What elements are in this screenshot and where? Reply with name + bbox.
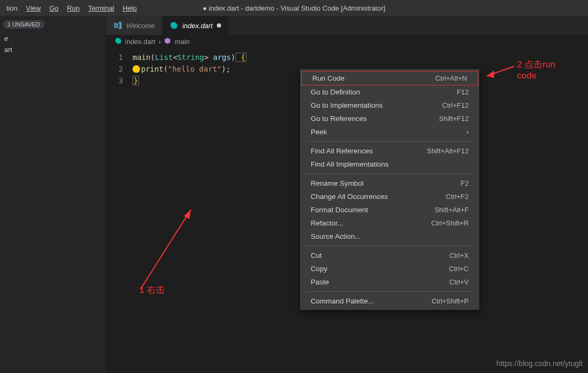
tab-welcome[interactable]: Welcome: [106, 16, 162, 35]
menu-separator: [305, 291, 474, 292]
menu-item-label: Command Palette...: [311, 297, 374, 305]
tab-index-dart[interactable]: index.dart: [162, 16, 229, 35]
menu-shortcut: Ctrl+C: [449, 265, 469, 273]
menu-shortcut: Ctrl+F12: [442, 101, 469, 109]
unsaved-badge: 1 UNSAVED: [3, 20, 45, 29]
context-menu-item[interactable]: PasteCtrl+V: [300, 275, 479, 289]
code-line[interactable]: print("hello dart");: [133, 63, 247, 75]
menu-separator: [305, 174, 474, 174]
context-menu-item[interactable]: Find All Implementations: [300, 158, 479, 171]
menu-item-label: Go to Implementations: [311, 101, 383, 109]
context-menu-item[interactable]: Format DocumentShift+Alt+F: [300, 203, 479, 216]
watermark: https://blog.csdn.net/ytuglt: [496, 359, 583, 368]
menu-shortcut: Shift+Alt+F12: [427, 147, 469, 155]
dart-icon: [115, 37, 122, 46]
menu-shortcut: Ctrl+Shift+R: [431, 219, 469, 227]
menu-item-label: Find All References: [311, 147, 373, 155]
cube-icon: [164, 37, 171, 46]
menu-item-go[interactable]: Go: [45, 2, 63, 14]
context-menu-item[interactable]: CutCtrl+X: [300, 249, 479, 262]
sidebar: 1 UNSAVED e art: [0, 16, 106, 373]
context-menu-item[interactable]: CopyCtrl+C: [300, 262, 479, 275]
dart-icon: [170, 21, 178, 30]
menu-item-label: Format Document: [311, 206, 368, 214]
context-menu-item[interactable]: Run CodeCtrl+Alt+N: [301, 71, 478, 85]
menu-shortcut: Ctrl+Alt+N: [435, 74, 467, 82]
menu-item-tion[interactable]: tion: [2, 2, 22, 14]
context-menu-item[interactable]: Peek›: [300, 125, 479, 138]
menu-item-label: Find All Implementations: [311, 160, 389, 168]
menu-item-terminal[interactable]: Terminal: [84, 2, 118, 14]
menu-item-help[interactable]: Help: [118, 2, 141, 14]
menubar: tion View Go Run Terminal Help ● index.d…: [0, 0, 588, 16]
context-menu-item[interactable]: Go to DefinitionF12: [300, 85, 479, 99]
sidebar-item[interactable]: e: [0, 33, 106, 44]
context-menu-item[interactable]: Refactor...Ctrl+Shift+R: [300, 216, 479, 230]
context-menu-item[interactable]: Source Action...: [300, 230, 479, 243]
vscode-icon: [113, 21, 122, 30]
svg-marker-1: [184, 210, 191, 219]
code-line[interactable]: main(List<String> args) {: [133, 51, 247, 63]
menu-item-label: Cut: [311, 251, 322, 259]
menu-item-label: Rename Symbol: [311, 179, 364, 187]
menu-shortcut: Shift+F12: [439, 115, 469, 123]
menu-separator: [305, 141, 474, 142]
chevron-right-icon: ›: [159, 38, 161, 46]
menu-shortcut: Ctrl+F2: [446, 193, 469, 201]
code-line[interactable]: }: [133, 75, 247, 86]
menu-item-label: Source Action...: [311, 232, 361, 240]
menu-shortcut: F12: [457, 88, 469, 96]
menu-item-label: Go to Definition: [311, 88, 360, 96]
sidebar-item[interactable]: art: [0, 44, 106, 55]
window-title: ● index.dart - dartdemo - Visual Studio …: [203, 4, 385, 12]
breadcrumb-file[interactable]: index.dart: [125, 38, 155, 46]
breadcrumb-symbol[interactable]: main: [174, 38, 189, 46]
menu-item-label: Copy: [311, 265, 328, 273]
context-menu-item[interactable]: Go to ImplementationsCtrl+F12: [300, 99, 479, 112]
context-menu-item[interactable]: Rename SymbolF2: [300, 177, 479, 190]
tabs: Welcome index.dart: [106, 16, 588, 35]
tab-label: Welcome: [126, 22, 155, 30]
line-gutter: 1 2 3: [106, 51, 133, 373]
menu-item-label: Paste: [311, 278, 329, 286]
arrow-annotation-icon: [135, 204, 199, 294]
menu-item-label: Refactor...: [311, 219, 344, 227]
svg-line-0: [141, 210, 191, 289]
svg-marker-3: [487, 71, 494, 78]
menu-shortcut: Ctrl+V: [450, 278, 469, 286]
menu-item-label: Change All Occurrences: [311, 193, 388, 201]
context-menu: Run CodeCtrl+Alt+NGo to DefinitionF12Go …: [300, 69, 479, 310]
tab-label: index.dart: [182, 22, 213, 30]
menu-separator: [305, 246, 474, 246]
menu-item-label: Go to References: [311, 115, 367, 123]
menu-shortcut: Shift+Alt+F: [435, 206, 469, 214]
menu-shortcut: F2: [461, 179, 469, 187]
dirty-indicator-icon: [217, 23, 221, 28]
context-menu-item[interactable]: Change All OccurrencesCtrl+F2: [300, 190, 479, 203]
menu-shortcut: Ctrl+Shift+P: [432, 297, 469, 305]
menu-item-run[interactable]: Run: [63, 2, 84, 14]
lightbulb-icon[interactable]: [133, 65, 140, 73]
chevron-right-icon: ›: [467, 128, 469, 136]
context-menu-item[interactable]: Find All ReferencesShift+Alt+F12: [300, 144, 479, 158]
breadcrumb[interactable]: index.dart › main: [106, 35, 588, 48]
menu-item-view[interactable]: View: [22, 2, 45, 14]
menu-item-label: Peek: [311, 128, 327, 136]
menu-item-label: Run Code: [312, 74, 345, 82]
context-menu-item[interactable]: Go to ReferencesShift+F12: [300, 112, 479, 125]
context-menu-item[interactable]: Command Palette...Ctrl+Shift+P: [300, 294, 479, 308]
menu-shortcut: Ctrl+X: [450, 251, 469, 259]
arrow-annotation-icon: [482, 61, 520, 80]
